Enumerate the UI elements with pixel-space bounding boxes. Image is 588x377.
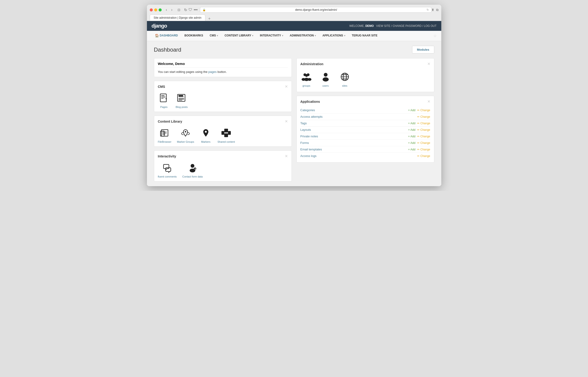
app-row-categories: Categories Add ✏ Change [300,107,430,114]
cms-pages-item[interactable]: Pages [158,92,170,108]
traffic-lights [150,8,162,12]
new-tab-button[interactable]: ⧉ [436,8,438,12]
categories-add-link[interactable]: Add [408,109,415,112]
private-notes-link[interactable]: Private notes [300,135,407,138]
minimize-button[interactable] [154,8,157,12]
nav-terug[interactable]: TERUG NAAR SITE [349,31,381,41]
applications-card-title: Applications [300,100,320,104]
app-row-access-logs: Access logs ✏ Change [300,153,430,159]
reload-icon[interactable]: ↻ [184,8,187,12]
logout-link[interactable]: LOG OUT [424,24,436,28]
groups-item[interactable]: groups [300,71,313,87]
pages-link[interactable]: pages [208,70,217,74]
access-attempts-change-link[interactable]: ✏ Change [417,115,430,118]
administration-icons-row: groups users [300,69,430,89]
svg-rect-8 [178,99,184,99]
administration-card-title: Administration [300,62,324,66]
tags-link[interactable]: Tags [300,121,407,125]
more-icon[interactable]: ••• [194,8,198,12]
share-button[interactable]: ⬆ [432,8,434,12]
email-templates-link[interactable]: Email templates [300,148,407,151]
forms-add-link[interactable]: Add [408,141,415,145]
modules-button[interactable]: Modules [412,46,434,54]
new-tab-icon[interactable]: + [208,17,211,21]
svg-rect-2 [161,97,165,97]
svg-point-21 [191,164,194,168]
layouts-add-link[interactable]: Add [408,128,415,131]
private-notes-add-link[interactable]: Add [408,135,415,138]
shared-content-icon [220,127,232,139]
shared-content-item[interactable]: Shared content [217,127,235,143]
marker-groups-item[interactable]: Marker Groups [177,127,194,143]
maximize-button[interactable] [159,8,162,12]
access-logs-link[interactable]: Access logs [300,154,416,158]
cms-close-button[interactable]: ✕ [285,84,288,89]
applications-dropdown-arrow: ▾ [344,34,345,37]
markers-item[interactable]: Markers [200,127,212,143]
administration-dropdown-arrow: ▾ [315,34,316,37]
svg-rect-3 [161,98,164,99]
forward-button[interactable]: › [170,7,174,12]
app-row-access-attempts: Access attempts ✏ Change [300,114,430,120]
change-password-link[interactable]: CHANGE PASSWORD [393,24,422,28]
forms-change-link[interactable]: ✏ Change [417,141,430,145]
tags-change-link[interactable]: ✏ Change [417,122,430,125]
private-notes-change-link[interactable]: ✏ Change [417,135,430,138]
interactivity-dropdown-arrow: ▾ [282,34,283,37]
forms-link[interactable]: Forms [300,141,407,145]
nav-bookmarks[interactable]: BOOKMARKS [181,31,207,41]
content-library-close-button[interactable]: ✕ [285,119,288,124]
tags-add-link[interactable]: Add [408,122,415,125]
django-admin: django WELCOME, DEMO VIEW SITE / CHANGE … [147,21,441,186]
close-button[interactable] [150,8,153,12]
browser-chrome: ‹ › ⊡ ↻ 🛡 ••• 🔒 demo.django-fluent.org/e… [147,5,441,21]
nav-content-library[interactable]: CONTENT LIBRARY ▾ [221,31,257,41]
sites-item[interactable]: sites [339,71,351,87]
administration-close-button[interactable]: ✕ [427,62,430,66]
refresh-icon[interactable]: ↻ [427,8,429,12]
content-library-section: Content Library ✕ [154,116,292,147]
nav-applications[interactable]: APPLICATIONS ▾ [319,31,348,41]
svg-point-16 [205,131,207,133]
url-text: demo.django-fluent.org/en/admin/ [207,8,425,12]
categories-change-link[interactable]: ✏ Change [417,109,430,112]
admin-main: Dashboard Modules Welcome, Demo You can … [147,41,441,186]
layouts-link[interactable]: Layouts [300,128,407,131]
cms-section-title: CMS [158,85,165,89]
app-row-forms: Forms Add ✏ Change [300,140,430,146]
right-column: Administration ✕ [296,58,434,166]
svg-point-15 [185,131,186,132]
url-bar[interactable]: 🔒 demo.django-fluent.org/en/admin/ ↻ [200,7,432,13]
email-templates-add-link[interactable]: Add [408,148,415,151]
categories-link[interactable]: Categories [300,108,407,112]
active-tab[interactable]: Site administration | Django site admin [150,14,206,21]
welcome-title: Welcome, Demo [158,62,288,68]
email-templates-change-link[interactable]: ✏ Change [417,148,430,151]
back-button[interactable]: ‹ [165,7,168,12]
contact-form-data-item[interactable]: Contact form data [182,162,202,178]
cms-blog-posts-item[interactable]: NEWS Blog posts [176,92,188,108]
nav-administration[interactable]: ADMINISTRATION ▾ [286,31,319,41]
access-attempts-link[interactable]: Access attempts [300,115,416,118]
fluent-comments-item[interactable]: fluent comments [158,162,177,178]
layouts-change-link[interactable]: ✏ Change [417,128,430,131]
blog-posts-icon: NEWS [176,92,188,104]
star-icon[interactable]: ☆ [433,34,437,38]
cms-section: CMS ✕ [154,81,292,112]
access-logs-change-link[interactable]: ✏ Change [417,154,430,158]
nav-interactivity[interactable]: INTERACTIVITY ▾ [257,31,286,41]
applications-close-button[interactable]: ✕ [427,99,430,104]
cms-icon-grid: Pages NEWS [158,92,288,108]
view-site-link[interactable]: VIEW SITE [376,24,390,28]
users-item[interactable]: users [319,71,332,87]
welcome-card: Welcome, Demo You can start editing page… [154,58,292,77]
filebrowser-item[interactable]: FileBrowser [158,127,171,143]
interactivity-close-button[interactable]: ✕ [285,154,288,158]
nav-dashboard[interactable]: 🏠 DASHBOARD [152,31,181,41]
nav-cms[interactable]: CMS ▾ [207,31,222,41]
filebrowser-icon [159,127,171,139]
svg-text:NEWS: NEWS [179,96,184,97]
window-mode-button[interactable]: ⊡ [176,8,182,12]
svg-rect-18 [224,133,228,137]
app-row-layouts: Layouts Add ✏ Change [300,127,430,133]
